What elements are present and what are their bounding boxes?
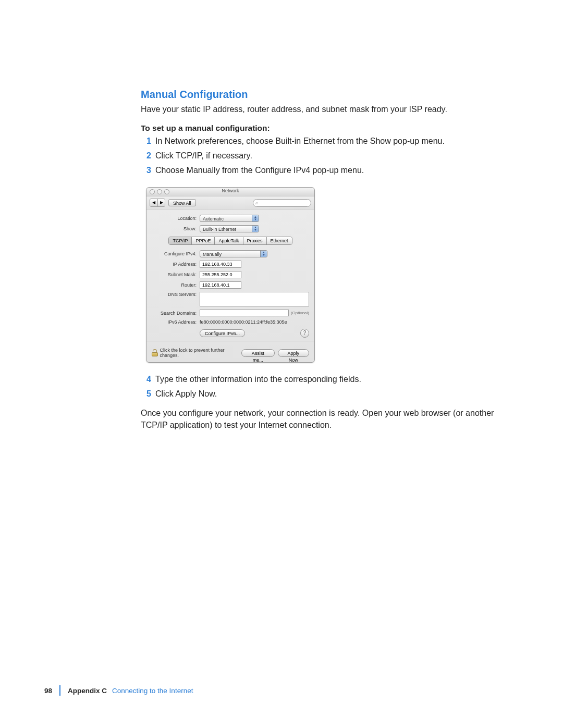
back-button[interactable]: ◀ [150, 199, 157, 206]
page-number: 98 [44, 687, 59, 695]
tab-ethernet[interactable]: Ethernet [266, 237, 292, 244]
forward-button[interactable]: ▶ [157, 199, 165, 206]
steps-before-image: 1In Network preferences, choose Built-in… [152, 135, 511, 177]
footer-divider [59, 685, 60, 696]
search-field-wrap: ⌕ [253, 199, 311, 207]
optional-label: (Optional) [291, 311, 309, 315]
separator [146, 341, 314, 341]
help-button[interactable]: ? [300, 329, 309, 338]
lock-text: Click the lock to prevent further change… [160, 348, 241, 358]
window-titlebar: Network [146, 188, 314, 196]
search-domains-label: Search Domains: [152, 311, 200, 316]
apply-now-button[interactable]: Apply Now [278, 349, 309, 357]
configure-ipv6-button[interactable]: Configure IPv6... [200, 329, 245, 337]
intro-text: Have your static IP address, router addr… [141, 104, 511, 115]
appendix-title: Connecting to the Internet [112, 687, 193, 695]
location-value: Automatic [203, 216, 224, 221]
dns-servers-field[interactable] [200, 292, 309, 306]
step-1: In Network preferences, choose Built-in … [155, 137, 445, 145]
search-input[interactable] [253, 199, 311, 207]
ip-address-label: IP Address: [152, 262, 200, 267]
configure-ipv4-popup[interactable]: Manually ▲▼ [200, 250, 267, 257]
steps-after-image: 4Type the other information into the cor… [152, 373, 511, 400]
show-all-button[interactable]: Show All [168, 199, 196, 206]
window-title: Network [146, 188, 314, 193]
closing-paragraph: Once you configure your network, your co… [141, 408, 511, 431]
assist-me-button[interactable]: Assist me... [241, 349, 275, 357]
tab-tcpip[interactable]: TCP/IP [169, 237, 191, 244]
lock-icon[interactable] [152, 349, 158, 356]
subnet-mask-field[interactable] [200, 271, 241, 278]
ipv6-address-label: IPv6 Address: [152, 319, 200, 325]
subnet-mask-label: Subnet Mask: [152, 272, 200, 277]
router-label: Router: [152, 282, 200, 288]
configure-ipv4-label: Configure IPv4: [152, 251, 200, 256]
tab-proxies[interactable]: Proxies [243, 237, 266, 244]
location-popup[interactable]: Automatic ▲▼ [200, 215, 259, 222]
ip-address-field[interactable] [200, 261, 241, 268]
router-field[interactable] [200, 281, 241, 289]
location-label: Location: [152, 216, 200, 221]
step-2: Click TCP/IP, if necessary. [155, 151, 252, 160]
tab-group: TCP/IP PPPoE AppleTalk Proxies Ethernet [168, 237, 292, 245]
search-domains-field[interactable] [200, 310, 289, 316]
network-preferences-window: Network ◀ ▶ Show All ⌕ Location: Automat… [146, 187, 315, 363]
page-footer: 98 Appendix C Connecting to the Internet [44, 685, 193, 696]
chevron-up-down-icon: ▲▼ [260, 251, 267, 257]
step-4: Type the other information into the corr… [155, 375, 361, 384]
show-popup[interactable]: Built-in Ethernet ▲▼ [200, 225, 259, 232]
step-3: Choose Manually from the Configure IPv4 … [155, 166, 364, 175]
show-label: Show: [152, 226, 200, 231]
tab-pppoe[interactable]: PPPoE [191, 237, 214, 244]
section-heading: Manual Configuration [141, 89, 511, 101]
chevron-up-down-icon: ▲▼ [252, 226, 259, 232]
configure-ipv4-value: Manually [203, 252, 222, 257]
subheading: To set up a manual configuration: [141, 124, 511, 133]
nav-back-forward: ◀ ▶ [150, 199, 165, 207]
window-toolbar: ◀ ▶ Show All ⌕ [146, 196, 314, 209]
chevron-up-down-icon: ▲▼ [252, 215, 259, 221]
tab-appletalk[interactable]: AppleTalk [214, 237, 242, 244]
step-5: Click Apply Now. [155, 389, 217, 398]
dns-servers-label: DNS Servers: [152, 292, 200, 297]
appendix-label: Appendix C [68, 687, 107, 695]
ipv6-address-value: fe80:0000:0000:0000:0211:24ff:fe35:305e [200, 319, 287, 325]
show-value: Built-in Ethernet [203, 227, 236, 232]
search-icon: ⌕ [255, 200, 258, 205]
